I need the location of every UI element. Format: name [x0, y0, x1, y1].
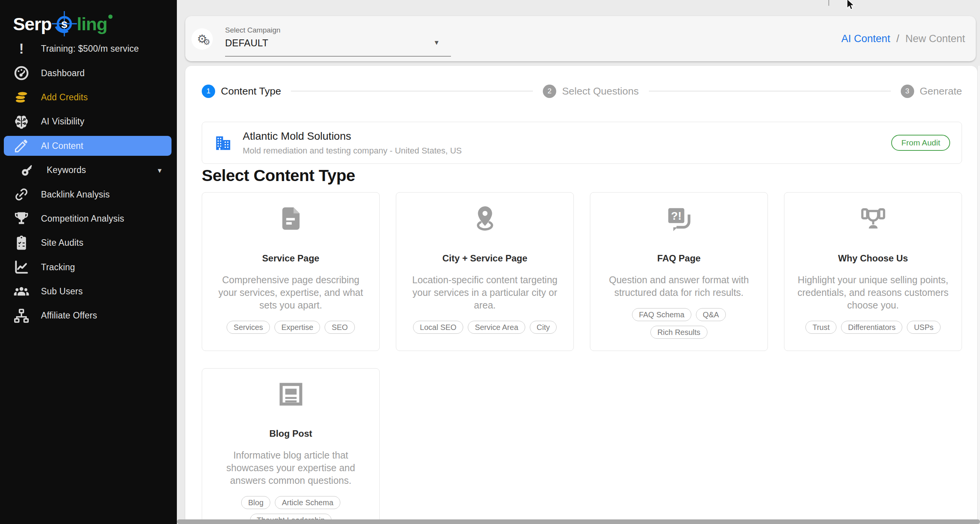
sidebar-item-site-audits[interactable]: Site Audits [4, 231, 172, 255]
card-title: Service Page [262, 253, 319, 264]
horizontal-scrollbar[interactable] [177, 519, 980, 524]
campaign-select-label: Select Campaign [225, 26, 281, 34]
breadcrumb-current: New Content [905, 33, 965, 45]
tag-chip: Services [227, 321, 270, 334]
tag-chip: Service Area [468, 321, 525, 334]
award-trophy-icon [859, 204, 887, 233]
sidebar-item-ai-content[interactable]: AI Content [4, 136, 172, 156]
document-icon [277, 204, 305, 233]
chain-link-icon [13, 186, 30, 203]
coins-icon [13, 88, 30, 106]
campaign-select-value[interactable]: DEFAULT [225, 38, 268, 49]
card-title: FAQ Page [657, 253, 701, 264]
from-audit-badge: From Audit [891, 135, 950, 151]
scrollbar-thumb[interactable] [177, 519, 980, 524]
serpsling-logo: Serp s ling [13, 8, 113, 40]
top-bar: ⚙⚙ Select Campaign DEFAULT ▼ AI Content … [185, 16, 976, 61]
card-tags: FAQ Schema Q&A Rich Results [602, 308, 756, 339]
sidebar-item-affiliate-offers[interactable]: Affiliate Offers [4, 304, 172, 328]
step-3-circle: 3 [901, 85, 914, 98]
gears-icon: ⚙⚙ [197, 33, 207, 45]
sidebar-item-ai-visibility[interactable]: AI Visibility [4, 109, 172, 134]
brain-icon [13, 113, 30, 131]
step-2-label: Select Questions [562, 85, 639, 97]
campaign-settings-button[interactable]: ⚙⚙ [191, 28, 213, 50]
tag-chip: City [530, 321, 557, 334]
content-type-grid: Service Page Comprehensive page describi… [202, 192, 962, 524]
tag-chip: Article Schema [275, 496, 340, 509]
dashboard-gauge-icon [13, 64, 30, 82]
content-type-card-faq-page[interactable]: ?! FAQ Page Question and answer format w… [590, 192, 768, 351]
tag-chip: Q&A [696, 308, 726, 321]
group-icon [13, 283, 30, 300]
business-description: Mold remediation and testing company - U… [243, 146, 462, 156]
card-description: Question and answer format with structur… [602, 274, 756, 299]
pencil-icon [13, 137, 30, 155]
main-content: 1 Content Type 2 Select Questions 3 Gene… [185, 66, 977, 524]
breadcrumb-ai-content-link[interactable]: AI Content [841, 33, 890, 45]
card-title: City + Service Page [442, 253, 527, 264]
tag-chip: USPs [907, 321, 940, 334]
step-2-circle: 2 [543, 85, 556, 98]
card-description: Informative blog article that showcases … [214, 449, 368, 487]
sidebar: Serp s ling ! Training: $500/m service [0, 0, 177, 524]
svg-text:s: s [61, 17, 67, 31]
tag-chip: SEO [325, 321, 354, 334]
content-type-card-city-service-page[interactable]: City + Service Page Location-specific co… [396, 192, 574, 351]
exclamation-icon: ! [13, 40, 30, 58]
logo-dot [108, 15, 113, 19]
content-type-card-why-choose-us[interactable]: Why Choose Us Highlight your unique sell… [784, 192, 962, 351]
page-title: Select Content Type [202, 166, 355, 185]
building-icon [214, 133, 233, 152]
app-window: Serp s ling ! Training: $500/m service [0, 0, 980, 524]
step-3-label: Generate [920, 85, 962, 97]
clipboard-check-icon [13, 234, 30, 252]
sidebar-item-dashboard[interactable]: Dashboard [4, 61, 172, 85]
breadcrumb: AI Content / New Content [841, 16, 965, 61]
sidebar-item-training[interactable]: ! Training: $500/m service [4, 37, 172, 61]
tag-chip: Blog [241, 496, 270, 509]
location-pin-icon [471, 204, 499, 233]
dropdown-caret-icon[interactable]: ▼ [433, 39, 440, 47]
svg-text:?!: ?! [671, 209, 681, 222]
card-title: Why Choose Us [838, 253, 908, 264]
content-type-card-service-page[interactable]: Service Page Comprehensive page describi… [202, 192, 380, 351]
card-tags: Local SEO Service Area City [413, 321, 557, 334]
sidebar-item-keywords[interactable]: Keywords ▾ [4, 158, 172, 182]
wizard-stepper: 1 Content Type 2 Select Questions 3 Gene… [202, 83, 962, 99]
card-description: Location-specific content targeting your… [408, 274, 562, 312]
tag-chip: Expertise [274, 321, 320, 334]
mouse-cursor-icon [845, 0, 856, 11]
card-title: Blog Post [270, 428, 312, 439]
chevron-down-icon[interactable]: ▾ [158, 166, 162, 175]
text-caret [828, 0, 829, 6]
sidebar-menu: ! Training: $500/m service Dashboard [0, 37, 177, 328]
step-connector [291, 91, 533, 91]
tag-chip: FAQ Schema [632, 308, 691, 321]
tag-chip: Trust [805, 321, 836, 334]
step-1-label: Content Type [221, 85, 281, 97]
sidebar-item-backlink-analysis[interactable]: Backlink Analysis [4, 182, 172, 206]
step-1-circle: 1 [202, 85, 215, 98]
article-icon [277, 380, 305, 408]
business-info-card: Atlantic Mold Solutions Mold remediation… [202, 122, 962, 164]
logo-text-serp: Serp [13, 13, 52, 34]
sidebar-item-add-credits[interactable]: Add Credits [4, 85, 172, 109]
tag-chip: Differentiators [841, 321, 902, 334]
step-connector [649, 91, 891, 91]
card-description: Comprehensive page describing your servi… [214, 274, 368, 312]
card-tags: Services Expertise SEO [227, 321, 354, 334]
business-name: Atlantic Mold Solutions [243, 130, 462, 142]
sidebar-item-tracking[interactable]: Tracking [4, 255, 172, 279]
sidebar-item-competition-analysis[interactable]: Competition Analysis [4, 207, 172, 231]
faq-chat-icon: ?! [665, 204, 693, 233]
trophy-icon [13, 210, 30, 227]
business-text: Atlantic Mold Solutions Mold remediation… [243, 130, 462, 156]
sidebar-item-sub-users[interactable]: Sub Users [4, 279, 172, 304]
line-chart-icon [13, 258, 30, 276]
key-icon [18, 162, 36, 179]
content-type-card-blog-post[interactable]: Blog Post Informative blog article that … [202, 368, 380, 524]
vertical-scrollbar[interactable] [977, 66, 980, 519]
card-tags: Trust Differentiators USPs [805, 321, 940, 334]
target-crosshair-icon: s [51, 10, 78, 37]
